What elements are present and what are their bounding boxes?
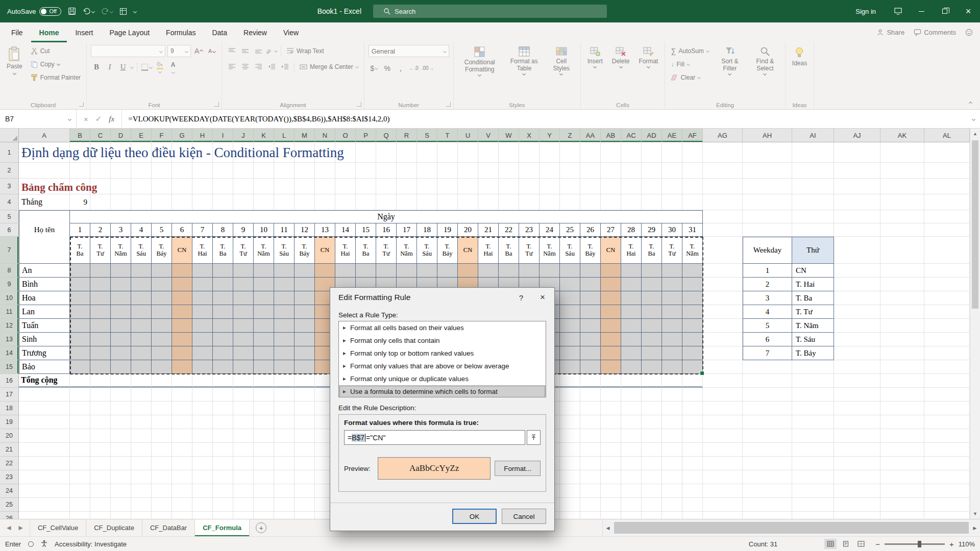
cell-AK16[interactable] [880,374,924,388]
cell-AI20[interactable] [792,429,834,443]
cell-C9[interactable] [90,278,111,291]
cell-R7[interactable]: T.Năm [397,237,417,264]
cell-A6[interactable]: Họ tên [19,223,70,237]
cell-Q4[interactable] [376,194,397,210]
zoom-level[interactable]: 110% [959,540,975,548]
cell-H7[interactable]: T.Hai [192,237,213,264]
cell-AG9[interactable] [703,278,743,291]
cell-D12[interactable] [111,319,131,333]
row-header-17[interactable]: 17 [0,388,19,402]
cell-AK25[interactable] [880,498,924,512]
cell-K4[interactable] [254,194,274,210]
cell-R3[interactable] [397,179,417,194]
cell-Z2[interactable] [560,163,580,179]
insert-function-button[interactable]: fx [109,115,114,123]
cell-A26[interactable] [19,512,70,519]
cell-AD26[interactable] [642,512,662,519]
cell-AL21[interactable] [924,443,970,457]
cell-AA25[interactable] [580,498,601,512]
column-header-Z[interactable]: Z [560,129,580,142]
cell-AG21[interactable] [703,443,743,457]
cell-F9[interactable] [152,278,172,291]
ribbon-tab-home[interactable]: Home [31,22,67,42]
cell-C26[interactable] [90,512,111,519]
cell-AC11[interactable] [621,305,642,319]
row-header-11[interactable]: 11 [0,305,19,319]
cell-K15[interactable] [254,360,274,374]
wrap-text-button[interactable]: Wrap Text [285,45,326,57]
cell-N7[interactable]: CN [315,237,335,264]
v-scroll-up-icon[interactable]: ▲ [970,129,980,139]
cell-J14[interactable] [233,346,254,360]
cell-AJ13[interactable] [834,333,880,346]
cell-O2[interactable] [335,163,356,179]
cell-B11[interactable] [70,305,90,319]
cell-M3[interactable] [295,179,315,194]
cell-A3[interactable] [19,179,70,194]
cell-J19[interactable] [233,415,254,429]
column-header-R[interactable]: R [397,129,417,142]
cell-K14[interactable] [254,346,274,360]
cell-AA14[interactable] [580,346,601,360]
cell-C14[interactable] [90,346,111,360]
cell-AA3[interactable] [580,179,601,194]
cell-D6[interactable]: 3 [111,223,131,237]
cell-H2[interactable] [192,163,213,179]
cell-I24[interactable] [213,484,233,498]
cell-AD20[interactable] [642,429,662,443]
rule-type-item-4[interactable]: Format only unique or duplicate values [339,372,546,385]
cell-H1[interactable] [192,142,213,163]
cell-AF20[interactable] [682,429,703,443]
cell-J3[interactable] [233,179,254,194]
font-dialog-launcher-icon[interactable] [214,102,219,107]
cell-AE14[interactable] [662,346,682,360]
cell-AI3[interactable] [792,179,834,194]
column-header-AL[interactable]: AL [924,129,970,142]
column-header-T[interactable]: T [437,129,458,142]
cell-AJ11[interactable] [834,305,880,319]
cell-I3[interactable] [213,179,233,194]
cell-O6[interactable]: 14 [335,223,356,237]
cell-AA24[interactable] [580,484,601,498]
conditional-formatting-button[interactable]: Conditional Formatting [458,45,502,78]
cell-AF26[interactable] [682,512,703,519]
column-header-AC[interactable]: AC [621,129,642,142]
cell-F8[interactable] [152,264,172,278]
cell-Z6[interactable]: 25 [560,223,580,237]
cell-AL18[interactable] [924,402,970,415]
dialog-close-button[interactable]: × [532,290,553,305]
cell-D18[interactable] [111,402,131,415]
cell-H4[interactable] [192,194,213,210]
cell-I23[interactable] [213,470,233,484]
cell-H11[interactable] [192,305,213,319]
column-header-B[interactable]: B [70,129,90,142]
cell-L12[interactable] [274,319,295,333]
cell-Y6[interactable]: 24 [540,223,560,237]
ribbon-tab-review[interactable]: Review [235,22,275,42]
cell-AH5[interactable] [743,210,792,223]
new-sheet-button[interactable]: + [256,522,266,533]
cell-Z7[interactable]: T.Sáu [560,237,580,264]
cell-K26[interactable] [254,512,274,519]
cell-AA7[interactable]: T.Bảy [580,237,601,264]
cell-K23[interactable] [254,470,274,484]
column-header-V[interactable]: V [478,129,499,142]
cell-AH13[interactable]: 6 [743,333,792,346]
cell-X6[interactable]: 23 [519,223,540,237]
close-button[interactable]: × [957,0,980,22]
cell-L19[interactable] [274,415,295,429]
cell-D4[interactable] [111,194,131,210]
cell-AE21[interactable] [662,443,682,457]
cell-D16[interactable] [111,374,131,388]
cell-T4[interactable] [437,194,458,210]
column-header-H[interactable]: H [192,129,213,142]
cell-B6[interactable]: 1 [70,223,90,237]
cell-D2[interactable] [111,163,131,179]
cell-L18[interactable] [274,402,295,415]
cell-AC20[interactable] [621,429,642,443]
cell-AA6[interactable]: 26 [580,223,601,237]
cell-M19[interactable] [295,415,315,429]
cell-AG3[interactable] [703,179,743,194]
cell-B9[interactable] [70,278,90,291]
cell-AB4[interactable] [601,194,621,210]
